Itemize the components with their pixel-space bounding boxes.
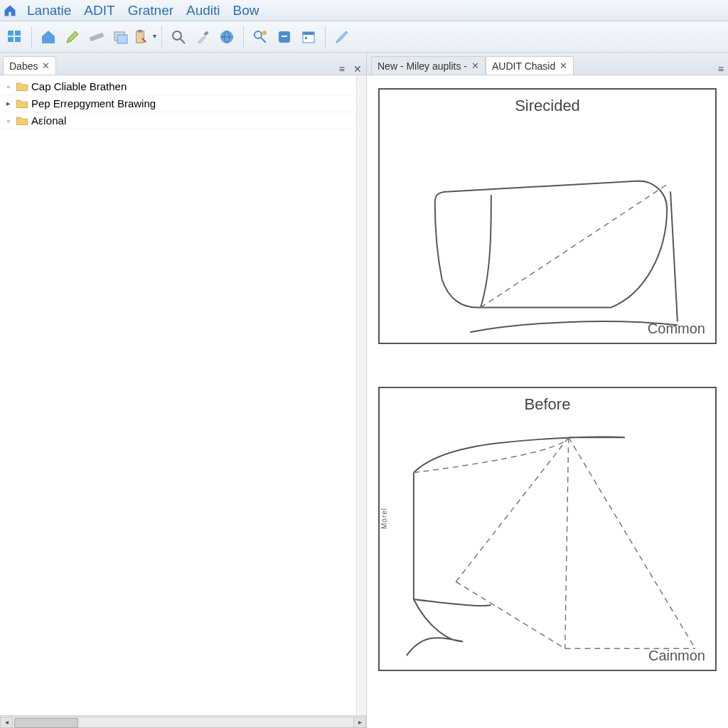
scroll-right-arrow-icon[interactable]: ▸ bbox=[353, 717, 366, 728]
app-root: Lanatie ADIT Gratner Auditi Bow bbox=[0, 0, 728, 728]
expander-box-icon[interactable]: ▫ bbox=[4, 117, 13, 125]
home-icon[interactable] bbox=[36, 25, 60, 49]
svg-rect-4 bbox=[90, 32, 105, 41]
ruler-icon[interactable] bbox=[85, 25, 109, 49]
scroll-track[interactable] bbox=[13, 717, 353, 728]
svg-rect-18 bbox=[305, 37, 307, 39]
app-home-icon[interactable] bbox=[3, 4, 17, 18]
right-panel: New - Miley auplits - ✕ AUDIT Chasid ✕ ≡… bbox=[367, 53, 728, 728]
tree-item-label: Aεíonal bbox=[31, 114, 66, 127]
vertical-scrollbar[interactable] bbox=[356, 75, 366, 715]
document-tab[interactable]: New - Miley auplits - ✕ bbox=[371, 56, 486, 75]
close-icon[interactable]: ✕ bbox=[471, 60, 479, 71]
menu-bar: Lanatie ADIT Gratner Auditi Bow bbox=[0, 0, 728, 21]
windows-icon[interactable] bbox=[3, 25, 27, 49]
left-panel-tabstrip: Dabes ✕ ≡ ✕ bbox=[0, 53, 366, 75]
figure-footer: Cainmon bbox=[648, 648, 705, 664]
drawing-canvas[interactable]: Sirecided Common Before Mоrel bbox=[367, 75, 728, 728]
tree-item[interactable]: ▸ Pep Errepgyment Brawing bbox=[1, 95, 355, 112]
toolbar-separator bbox=[325, 26, 326, 48]
close-icon[interactable]: ✕ bbox=[42, 60, 50, 71]
expander-box-icon[interactable]: ▫ bbox=[4, 82, 13, 91]
toolbar-separator bbox=[243, 26, 244, 48]
figure-drawing bbox=[380, 90, 715, 343]
eyedropper-icon[interactable] bbox=[191, 25, 215, 49]
figure-title: Sirecided bbox=[515, 97, 580, 115]
menu-item-gratner[interactable]: Gratner bbox=[122, 1, 179, 21]
svg-point-9 bbox=[173, 31, 181, 40]
layers-icon[interactable] bbox=[109, 25, 133, 49]
svg-rect-6 bbox=[117, 35, 127, 43]
wrench-search-icon[interactable] bbox=[248, 25, 272, 49]
svg-rect-10 bbox=[203, 31, 208, 36]
panel-menu-icon[interactable]: ≡ bbox=[714, 63, 728, 75]
document-tab[interactable]: AUDIT Chasid ✕ bbox=[486, 56, 574, 75]
svg-point-12 bbox=[255, 31, 262, 38]
toolbar bbox=[0, 21, 728, 53]
close-icon[interactable]: ✕ bbox=[560, 60, 567, 71]
zoom-icon[interactable] bbox=[166, 25, 191, 49]
globe-icon[interactable] bbox=[215, 25, 239, 49]
main-split: Dabes ✕ ≡ ✕ ▫ Cap Cliable Brathen bbox=[0, 53, 728, 728]
panel-menu-icon[interactable]: ≡ bbox=[335, 63, 349, 75]
svg-point-13 bbox=[262, 31, 267, 35]
left-panel-tab[interactable]: Dabes ✕ bbox=[3, 56, 56, 75]
document-tab-label: New - Miley auplits - bbox=[378, 60, 467, 72]
scroll-left-arrow-icon[interactable]: ◂ bbox=[0, 717, 13, 728]
svg-rect-8 bbox=[138, 29, 142, 32]
tree-item[interactable]: ▫ Aεíonal bbox=[1, 112, 355, 129]
blue-square-icon[interactable] bbox=[272, 25, 296, 49]
expander-arrow-icon[interactable]: ▸ bbox=[4, 100, 13, 108]
svg-rect-3 bbox=[15, 37, 21, 42]
svg-rect-0 bbox=[8, 31, 14, 36]
menu-item-auditi[interactable]: Auditi bbox=[181, 1, 226, 21]
svg-rect-15 bbox=[282, 36, 287, 37]
document-tab-label: AUDIT Chasid bbox=[492, 60, 555, 72]
svg-rect-1 bbox=[15, 31, 21, 36]
figure-title: Before bbox=[525, 395, 571, 414]
tree-item-label: Pep Errepgyment Brawing bbox=[31, 97, 156, 109]
document-tabstrip: New - Miley auplits - ✕ AUDIT Chasid ✕ ≡ bbox=[367, 53, 728, 75]
tree-item-label: Cap Cliable Brathen bbox=[31, 80, 127, 92]
toolbar-separator bbox=[31, 26, 32, 48]
project-tree[interactable]: ▫ Cap Cliable Brathen ▸ Pep Errepgyment … bbox=[0, 75, 356, 715]
menu-item-bow[interactable]: Bow bbox=[228, 1, 265, 21]
left-panel: Dabes ✕ ≡ ✕ ▫ Cap Cliable Brathen bbox=[0, 53, 367, 728]
figure-drawing bbox=[380, 388, 715, 670]
menu-item-adit[interactable]: ADIT bbox=[78, 1, 120, 21]
figure-1: Sirecided Common bbox=[378, 88, 717, 344]
calendar-icon[interactable] bbox=[296, 25, 321, 49]
menu-item-lanatie[interactable]: Lanatie bbox=[21, 1, 77, 21]
close-icon[interactable]: ✕ bbox=[349, 63, 366, 75]
figure-footer: Common bbox=[648, 321, 705, 337]
scroll-thumb[interactable] bbox=[14, 718, 78, 728]
pencil-icon[interactable] bbox=[60, 25, 85, 49]
figure-side-label: Mоrel bbox=[380, 508, 388, 529]
folder-icon bbox=[16, 98, 28, 109]
svg-rect-2 bbox=[8, 37, 14, 42]
folder-icon bbox=[16, 81, 28, 92]
left-panel-tab-label: Dabes bbox=[9, 60, 38, 72]
horizontal-scrollbar[interactable]: ◂ ▸ bbox=[0, 715, 366, 728]
svg-rect-17 bbox=[303, 32, 314, 35]
folder-icon bbox=[16, 115, 28, 127]
brush-icon[interactable] bbox=[330, 25, 354, 49]
svg-rect-7 bbox=[136, 31, 144, 43]
figure-2: Before Mоrel Ca bbox=[378, 387, 717, 671]
clipboard-dropdown-icon[interactable] bbox=[133, 25, 157, 49]
tree-item[interactable]: ▫ Cap Cliable Brathen bbox=[1, 78, 355, 95]
toolbar-separator bbox=[161, 26, 162, 48]
